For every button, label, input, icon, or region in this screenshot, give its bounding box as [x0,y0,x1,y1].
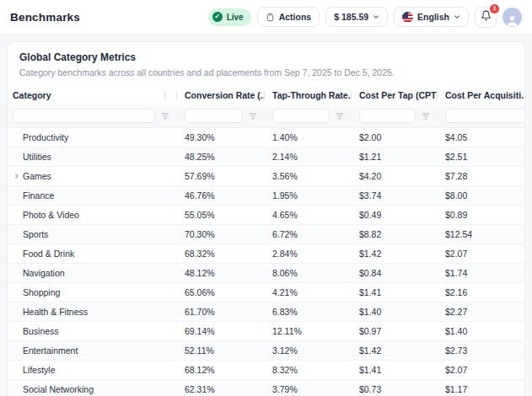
table-row[interactable]: Social Networking 62.31% 3.79% $0.73 $1.… [8,379,524,396]
filter-funnel-icon[interactable] [422,112,430,120]
conversion-rate-cell: 48.25% [176,152,264,162]
chevron-down-icon [454,13,460,20]
cost-per-tap-cell: $3.74 [351,190,437,201]
category-cell: Social Networking [23,384,94,394]
filter-input-tap-through-rate[interactable] [272,109,330,123]
expander-chevron-icon[interactable] [12,173,21,179]
conversion-rate-cell: 68.32% [176,249,264,259]
tap-through-rate-cell: 2.84% [264,249,351,259]
check-circle-icon: ✓ [212,12,223,22]
conversion-rate-cell: 57.69% [176,171,264,181]
table-row[interactable]: Entertainment 52.11% 3.12% $1.42 $2.73 [8,340,524,360]
column-label: Category [13,90,51,100]
notifications-button[interactable]: 1 [475,7,497,28]
conversion-rate-cell: 68.12% [176,365,264,375]
table-row[interactable]: Lifestyle 68.12% 8.32% $1.41 $2.07 [8,360,524,379]
cost-per-acquisition-cell: $2.07 [437,249,524,259]
cost-per-acquisition-cell: $7.28 [437,171,524,181]
table-row[interactable]: Sports 70.30% 6.72% $8.82 $12.54 [8,224,524,243]
cost-per-tap-cell: $0.49 [351,210,437,220]
table-header-row: Category ⋮ Conversion Rate (... ⋮ Tap-Th… [8,85,524,104]
live-status-label: Live [227,13,244,22]
page-content: Global Category Metrics Category benchma… [0,35,532,396]
page-title: Benchmarks [10,11,80,24]
column-label: Tap-Through Rate... [272,90,351,100]
cost-per-acquisition-cell: $2.73 [437,345,524,356]
column-label: Cost Per Tap (CPT) [359,90,437,100]
cost-per-acquisition-cell: $2.51 [437,152,524,162]
conversion-rate-cell: 65.06% [176,287,264,297]
cost-per-acquisition-cell: $2.07 [437,365,524,375]
cost-per-tap-cell: $1.21 [351,152,437,162]
table-row[interactable]: Food & Drink 68.32% 2.84% $1.42 $2.07 [8,243,524,263]
column-label: Conversion Rate (... [185,90,264,100]
category-cell: Finance [23,190,54,201]
tap-through-rate-cell: 6.72% [264,229,351,239]
actions-button-label: Actions [279,12,312,22]
table-row[interactable]: Navigation 48.12% 8.06% $0.84 $1.74 [8,263,524,282]
column-menu-icon[interactable]: ⋮ [158,90,169,99]
cost-per-acquisition-cell: $0.89 [437,210,524,220]
clipboard-icon [266,13,275,22]
table-row[interactable]: Business 69.14% 12.11% $0.97 $1.40 [8,321,524,340]
filter-input-category[interactable] [13,109,155,123]
tap-through-rate-cell: 8.06% [264,268,351,278]
category-cell: Utilities [23,152,51,162]
table-body: Productivity 49.30% 1.40% $2.00 $4.05 Ut… [8,127,524,396]
tap-through-rate-cell: 3.56% [264,171,351,181]
user-avatar[interactable] [502,8,522,27]
actions-button[interactable]: Actions [257,7,320,27]
category-cell: Entertainment [23,345,78,356]
cost-per-acquisition-cell: $8.00 [437,190,524,201]
tap-through-rate-cell: 2.14% [264,152,351,162]
filter-funnel-icon[interactable] [249,112,257,120]
tap-through-rate-cell: 4.65% [264,210,351,220]
notification-count-badge: 1 [489,3,500,14]
chevron-down-icon [373,13,379,20]
table-row[interactable]: Shopping 65.06% 4.21% $1.41 $2.16 [8,282,524,302]
column-header-cost-per-tap[interactable]: Cost Per Tap (CPT) ⋮ [351,85,437,104]
cost-per-acquisition-cell: $4.05 [437,132,524,142]
conversion-rate-cell: 52.11% [176,345,264,356]
filter-funnel-icon[interactable] [336,112,344,120]
cost-per-tap-cell: $0.97 [351,326,437,336]
cost-per-tap-cell: $8.82 [351,229,437,239]
conversion-rate-cell: 49.30% [176,132,264,142]
category-cell: Health & Fitness [23,307,88,317]
category-cell: Photo & Video [23,210,79,220]
table-row[interactable]: Utilities 48.25% 2.14% $1.21 $2.51 [8,147,524,166]
tap-through-rate-cell: 12.11% [264,326,351,336]
cost-per-acquisition-cell: $1.17 [437,384,524,394]
table-row[interactable]: Productivity 49.30% 1.40% $2.00 $4.05 [8,127,524,147]
table-row[interactable]: Health & Fitness 61.70% 6.83% $1.40 $2.2… [8,302,524,321]
column-header-category[interactable]: Category ⋮ [8,85,176,104]
column-header-tap-through-rate[interactable]: Tap-Through Rate... ⋮ [264,85,351,104]
filter-input-conversion-rate[interactable] [185,109,243,123]
table-row[interactable]: Finance 46.76% 1.95% $3.74 $8.00 [8,185,524,205]
cost-per-tap-cell: $1.40 [351,307,437,317]
cost-per-tap-cell: $2.00 [351,132,437,142]
tap-through-rate-cell: 6.83% [264,307,351,317]
cost-per-tap-cell: $1.41 [351,287,437,297]
category-cell: Shopping [23,287,60,297]
table-row[interactable]: Photo & Video 55.05% 4.65% $0.49 $0.89 [8,205,524,224]
card-subtitle: Category benchmarks across all countries… [19,67,513,78]
cost-per-tap-cell: $1.42 [351,345,437,356]
filter-funnel-icon[interactable] [161,112,169,120]
conversion-rate-cell: 55.05% [176,210,264,220]
column-header-cost-per-acquisition[interactable]: Cost Per Acquisiti... ⋮ [437,85,524,104]
column-header-conversion-rate[interactable]: Conversion Rate (... ⋮ [176,85,264,104]
category-cell: Lifestyle [23,365,56,375]
table-row[interactable]: Games 57.69% 3.56% $4.20 $7.28 [8,166,524,185]
currency-selector[interactable]: $ 185.59 [325,7,388,27]
cost-per-tap-cell: $0.73 [351,384,437,394]
cost-per-acquisition-cell: $2.27 [437,307,524,317]
card-header: Global Category Metrics Category benchma… [8,42,524,85]
filter-input-cost-per-acquisition[interactable] [445,109,525,123]
language-selector[interactable]: English [394,7,469,27]
filter-input-cost-per-tap[interactable] [359,109,416,123]
tap-through-rate-cell: 3.79% [264,384,351,394]
tap-through-rate-cell: 1.40% [264,132,351,142]
benchmarks-card: Global Category Metrics Category benchma… [7,41,525,396]
cost-per-tap-cell: $4.20 [351,171,437,181]
